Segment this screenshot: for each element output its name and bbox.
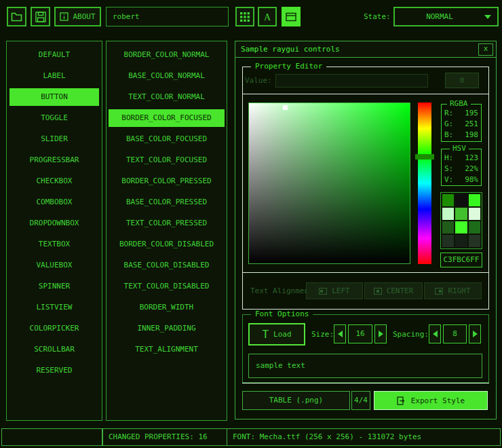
align-left-icon [319, 288, 327, 295]
font-load-button[interactable]: T Load [248, 323, 305, 346]
properties-list-item[interactable]: BASE_COLOR_NORMAL [109, 67, 225, 85]
properties-list-item[interactable]: BORDER_COLOR_FOCUSED [109, 109, 225, 127]
window-title: Sample raygui controls [241, 41, 340, 57]
controls-list-item[interactable]: RESERVED [9, 362, 99, 379]
color-swatch[interactable] [469, 194, 480, 206]
color-swatch[interactable] [455, 194, 467, 206]
font-spacing-value[interactable]: 8 [443, 324, 467, 343]
controls-list-item[interactable]: LISTVIEW [9, 299, 99, 316]
v-value: 98% [465, 174, 478, 185]
color-swatch[interactable] [455, 235, 467, 247]
grid-icon [240, 12, 250, 22]
spacing-decrease-button[interactable] [429, 324, 441, 343]
font-load-label: Load [273, 330, 292, 339]
controls-list-item[interactable]: SLIDER [9, 130, 99, 148]
color-swatch[interactable] [442, 221, 454, 234]
properties-list-item[interactable]: TEXT_ALIGNMENT [109, 341, 225, 358]
chevron-down-icon [484, 15, 491, 19]
controls-list-item[interactable]: VALUEBOX [9, 257, 99, 274]
controls-list-item[interactable]: COLORPICKER [9, 320, 99, 337]
hue-bar[interactable] [418, 102, 431, 264]
color-swatch[interactable] [469, 208, 480, 220]
statusbar-left-segment [1, 428, 102, 446]
size-decrease-button[interactable] [334, 324, 346, 343]
export-file-icon [397, 396, 406, 405]
r-label: R: [444, 108, 453, 119]
controls-list-item[interactable]: PROGRESSBAR [9, 151, 99, 169]
controls-list-item[interactable]: TEXTBOX [9, 236, 99, 253]
style-table-mode-button[interactable] [235, 7, 254, 26]
color-swatch[interactable] [455, 208, 467, 220]
window-mode-button[interactable] [282, 7, 301, 26]
controls-list-item[interactable]: SCROLLBAR [9, 341, 99, 358]
separator-line [242, 383, 489, 384]
color-swatch[interactable] [469, 221, 480, 234]
properties-list-item[interactable]: TEXT_COLOR_DISABLED [109, 278, 225, 295]
about-button[interactable]: ABOUT [54, 7, 101, 26]
font-a-icon: A [262, 12, 273, 22]
properties-list-item[interactable]: BORDER_COLOR_NORMAL [109, 46, 225, 64]
property-editor-group-label: Property Editor [251, 62, 326, 71]
controls-list-item[interactable]: BUTTON [9, 88, 99, 106]
color-swatch[interactable] [469, 235, 480, 247]
properties-list-item[interactable]: BASE_COLOR_PRESSED [109, 193, 225, 211]
properties-list-item[interactable]: BASE_COLOR_DISABLED [109, 257, 225, 274]
controls-list-item[interactable]: CHECKBOX [9, 172, 99, 190]
sample-text-input[interactable]: sample text [248, 354, 482, 378]
export-pages-indicator[interactable]: 4/4 [351, 391, 370, 410]
spacing-increase-button[interactable] [469, 324, 481, 343]
properties-list-item[interactable]: TEXT_COLOR_PRESSED [109, 214, 225, 232]
hue-bar-handle[interactable] [415, 154, 434, 160]
color-swatch[interactable] [455, 221, 467, 234]
align-center-button[interactable]: CENTER [364, 282, 423, 299]
properties-list-item[interactable]: TEXT_COLOR_FOCUSED [109, 151, 225, 169]
controls-list-item[interactable]: DEFAULT [9, 46, 99, 64]
export-format-dropdown[interactable]: TABLE (.png) [242, 391, 350, 410]
g-label: G: [444, 119, 453, 130]
export-style-button[interactable]: Export Style [374, 391, 488, 410]
font-size-label: Size: [311, 330, 334, 339]
s-value: 22% [465, 164, 478, 174]
style-color-swatches [440, 192, 482, 249]
value-slider[interactable] [275, 74, 428, 88]
properties-list-item[interactable]: BASE_COLOR_FOCUSED [109, 130, 225, 148]
controls-list-item[interactable]: DROPDOWNBOX [9, 214, 99, 232]
properties-list-item[interactable]: BORDER_WIDTH [109, 299, 225, 316]
arrow-left-icon [433, 331, 438, 337]
size-increase-button[interactable] [374, 324, 387, 343]
style-name-input[interactable]: robert [106, 7, 229, 26]
align-right-label: RIGHT [448, 286, 470, 295]
font-mode-button[interactable]: A [258, 7, 277, 26]
separator-line [242, 272, 489, 273]
window-close-button[interactable]: x [478, 43, 493, 56]
properties-list: BORDER_COLOR_NORMAL BASE_COLOR_NORMAL TE… [106, 41, 227, 421]
color-picker-cursor[interactable] [283, 105, 288, 110]
open-style-button[interactable] [7, 7, 26, 26]
font-t-icon: T [262, 328, 269, 341]
properties-list-item[interactable]: TEXT_COLOR_NORMAL [109, 88, 225, 106]
properties-list-item[interactable]: BORDER_COLOR_PRESSED [109, 172, 225, 190]
color-swatch[interactable] [442, 208, 454, 220]
save-style-button[interactable] [31, 7, 50, 26]
controls-list-item[interactable]: SPINNER [9, 278, 99, 295]
align-left-button[interactable]: LEFT [306, 282, 363, 299]
color-picker-panel[interactable] [248, 102, 410, 264]
controls-list-item[interactable]: LABEL [9, 67, 99, 85]
color-swatch[interactable] [442, 235, 454, 247]
color-swatch[interactable] [442, 194, 454, 206]
properties-list-item[interactable]: INNER_PADDING [109, 320, 225, 337]
properties-list-item[interactable]: BORDER_COLOR_DISABLED [109, 236, 225, 253]
font-spacing-label: Spacing: [393, 330, 429, 339]
rgba-box-label: RGBA [447, 99, 471, 108]
font-size-value[interactable]: 16 [348, 324, 372, 343]
controls-list-item[interactable]: TOGGLE [9, 109, 99, 127]
hex-color-input[interactable]: C3FBC6FF [440, 253, 482, 267]
value-spinner[interactable]: 0 [445, 73, 479, 88]
window-titlebar[interactable]: Sample raygui controls x [235, 41, 496, 58]
v-label: V: [444, 174, 453, 185]
controls-list-item[interactable]: COMBOBOX [9, 193, 99, 211]
align-right-button[interactable]: RIGHT [424, 282, 482, 299]
align-right-icon [435, 288, 443, 295]
state-dropdown[interactable]: NORMAL [393, 7, 499, 26]
controls-list: DEFAULT LABEL BUTTON TOGGLE SLIDER PROGR… [6, 41, 102, 421]
